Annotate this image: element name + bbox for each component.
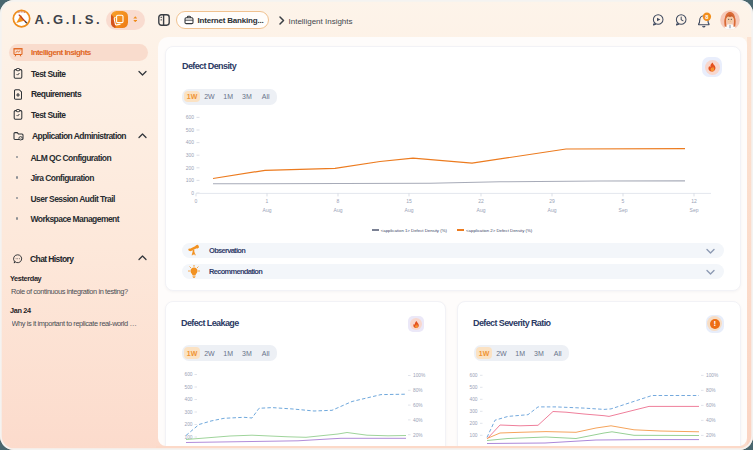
svg-text:500: 500 <box>184 385 192 390</box>
svg-text:Aug: Aug <box>405 207 414 213</box>
svg-text:Sep: Sep <box>690 207 699 213</box>
svg-text:0: 0 <box>195 198 198 204</box>
svg-text:100: 100 <box>186 177 195 183</box>
svg-text:15: 15 <box>406 198 412 204</box>
svg-text:600: 600 <box>184 372 192 377</box>
svg-text:0: 0 <box>191 190 194 196</box>
svg-text:29: 29 <box>549 198 555 204</box>
svg-text:Aug: Aug <box>263 207 272 213</box>
svg-text:12: 12 <box>691 198 697 204</box>
svg-text:600: 600 <box>186 114 195 120</box>
svg-text:Aug: Aug <box>334 207 343 213</box>
svg-text:1: 1 <box>266 198 269 204</box>
svg-text:400: 400 <box>469 397 477 402</box>
svg-text:300: 300 <box>469 409 477 414</box>
svg-text:60%: 60% <box>413 403 423 408</box>
svg-text:Aug: Aug <box>548 207 557 213</box>
svg-text:200: 200 <box>186 165 195 171</box>
svg-text:600: 600 <box>469 373 477 378</box>
svg-text:300: 300 <box>184 410 192 415</box>
svg-text:20%: 20% <box>413 433 423 438</box>
svg-text:8: 8 <box>337 198 340 204</box>
svg-text:500: 500 <box>186 127 195 133</box>
svg-text:8: 8 <box>705 13 708 19</box>
svg-text:80%: 80% <box>706 388 716 393</box>
svg-text:200: 200 <box>469 421 477 426</box>
svg-text:100%: 100% <box>706 373 719 378</box>
svg-text:Sep: Sep <box>619 207 628 213</box>
svg-text:20%: 20% <box>706 433 716 438</box>
svg-text:40%: 40% <box>706 418 716 423</box>
svg-text:80%: 80% <box>413 388 423 393</box>
svg-text:40%: 40% <box>413 418 423 423</box>
svg-text:22: 22 <box>478 198 484 204</box>
svg-text:300: 300 <box>186 152 195 158</box>
svg-text:400: 400 <box>186 139 195 145</box>
svg-text:Aug: Aug <box>477 207 486 213</box>
svg-text:60%: 60% <box>706 403 716 408</box>
svg-text:100%: 100% <box>413 373 426 378</box>
svg-text:500: 500 <box>469 385 477 390</box>
svg-text:200: 200 <box>184 422 192 427</box>
svg-text:100: 100 <box>469 433 477 438</box>
svg-text:400: 400 <box>184 397 192 402</box>
svg-text:5: 5 <box>622 198 625 204</box>
